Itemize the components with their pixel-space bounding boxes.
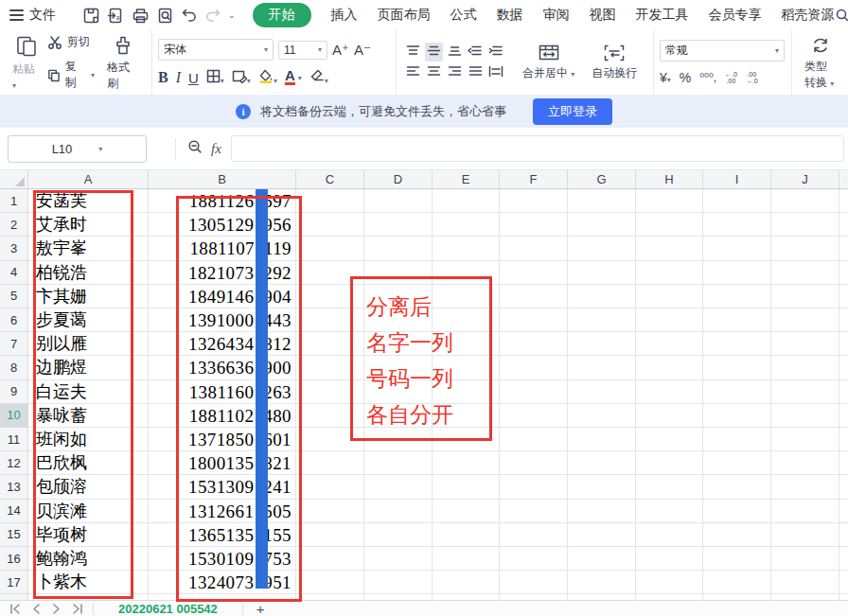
row-header-15[interactable]: 15 [0, 523, 27, 547]
font-color-button[interactable]: A [285, 70, 295, 85]
cut-button[interactable]: 剪切 [47, 34, 95, 50]
increase-decimal-button[interactable]: ←.0.00 [725, 71, 737, 84]
row-header-3[interactable]: 3 [0, 237, 27, 260]
next-sheet-icon[interactable] [51, 604, 62, 614]
print-preview-icon[interactable] [156, 7, 174, 25]
search[interactable]: 查找 [835, 7, 848, 24]
column-header-C[interactable]: C [296, 170, 364, 188]
print-icon[interactable] [132, 7, 150, 25]
export-icon[interactable]: ə [107, 7, 125, 25]
row-header-17[interactable]: 17 [0, 571, 27, 594]
justify-icon[interactable] [468, 65, 483, 80]
wrap-text-icon [603, 44, 626, 62]
add-sheet-button[interactable]: + [243, 601, 278, 616]
select-all-corner[interactable] [0, 170, 28, 188]
file-menu[interactable]: 文件 [0, 7, 67, 24]
name-box[interactable]: L10 ▾ [8, 135, 147, 163]
wrap-text-button[interactable]: 自动换行 [585, 42, 644, 83]
font-name-select[interactable]: 宋体▾ [158, 39, 274, 61]
zoom-formula-icon[interactable] [187, 139, 203, 159]
align-middle-icon[interactable] [425, 43, 443, 62]
cell-style-button[interactable]: ▾ [232, 69, 251, 86]
undo-icon[interactable] [181, 7, 198, 24]
row-header-16[interactable]: 16 [0, 547, 27, 571]
row-header-1[interactable]: 1 [0, 189, 27, 213]
eraser-button[interactable]: ▾ [309, 69, 328, 86]
menu-tab-5[interactable]: 审阅 [543, 7, 570, 24]
menu-tab-1[interactable]: 插入 [331, 7, 358, 24]
menu-tab-4[interactable]: 数据 [497, 7, 523, 24]
type-convert-button[interactable]: 类型转换 ▾ [798, 33, 842, 93]
comma-style-button[interactable]: ⁰⁰⁰, [699, 71, 716, 84]
login-button[interactable]: 立即登录 [533, 98, 612, 125]
currency-button[interactable]: ¥▾ [660, 70, 671, 85]
cut-label: 剪切 [67, 34, 90, 50]
redo-icon[interactable] [204, 7, 221, 24]
column-header-H[interactable]: H [636, 170, 703, 188]
column-header-I[interactable]: I [703, 170, 771, 188]
underline-button[interactable]: U [188, 70, 199, 86]
column-header-D[interactable]: D [364, 170, 433, 188]
formula-input[interactable] [231, 135, 844, 162]
decrease-font-icon[interactable]: A⁻ [354, 42, 371, 59]
menu-tab-0[interactable]: 开始 [253, 3, 311, 27]
save-icon[interactable] [82, 7, 100, 25]
column-header-F[interactable]: F [500, 170, 568, 188]
align-top-icon[interactable] [406, 44, 420, 60]
fill-color-button[interactable]: ▾ [258, 69, 277, 86]
row-header-4[interactable]: 4 [0, 261, 27, 285]
distributed-icon[interactable] [488, 65, 504, 80]
column-header-A[interactable]: A [28, 170, 149, 188]
align-center-icon[interactable] [427, 65, 441, 80]
last-sheet-icon[interactable] [71, 604, 83, 614]
menu-tab-7[interactable]: 开发工具 [636, 7, 689, 24]
red-box-phones [176, 196, 302, 602]
fx-icon[interactable]: fx [211, 141, 221, 157]
column-header-G[interactable]: G [568, 170, 636, 188]
row-header-12[interactable]: 12 [0, 451, 27, 475]
align-right-icon[interactable] [448, 65, 462, 80]
row-header-14[interactable]: 14 [0, 500, 27, 523]
number-format-select[interactable]: 常规▾ [660, 40, 785, 62]
row-header-13[interactable]: 13 [0, 475, 27, 499]
annotation-line-1: 名字一列 [366, 325, 489, 361]
increase-indent-icon[interactable] [488, 44, 504, 60]
menu-tab-3[interactable]: 公式 [450, 7, 477, 24]
decrease-decimal-button[interactable]: .00→.0 [746, 71, 758, 84]
row-header-5[interactable]: 5 [0, 285, 27, 308]
format-painter-button[interactable]: 格式刷 [100, 32, 146, 94]
column-header-E[interactable]: E [433, 170, 500, 188]
row-header-7[interactable]: 7 [0, 332, 27, 356]
menu-tab-6[interactable]: 视图 [590, 7, 616, 24]
paste-button[interactable]: 粘贴 ▾ [6, 32, 47, 93]
copy-button[interactable]: 复制▾ [47, 59, 95, 91]
merge-cells-icon [538, 44, 560, 62]
column-header-B[interactable]: B [149, 170, 296, 188]
menu-tab-8[interactable]: 会员专享 [709, 7, 762, 24]
decrease-indent-icon[interactable] [468, 44, 483, 60]
merge-center-button[interactable]: 合并居中 ▾ [516, 42, 581, 83]
percent-button[interactable]: % [680, 70, 691, 85]
align-bottom-icon[interactable] [448, 44, 462, 60]
row-header-8[interactable]: 8 [0, 356, 27, 379]
bold-button[interactable]: B [158, 69, 168, 86]
quick-access-caret-icon[interactable]: ⌄ [228, 10, 236, 20]
font-size-select[interactable]: 11▾ [278, 41, 327, 60]
align-left-icon[interactable] [406, 65, 420, 80]
prev-sheet-icon[interactable] [31, 604, 42, 614]
sheet-tab-active[interactable]: 20220621 005542 [94, 602, 242, 616]
grid-line [635, 189, 636, 600]
search-icon [835, 8, 848, 23]
row-header-11[interactable]: 11 [0, 428, 27, 451]
italic-button[interactable]: I [176, 69, 181, 86]
row-header-6[interactable]: 6 [0, 308, 27, 332]
row-header-2[interactable]: 2 [0, 213, 27, 237]
increase-font-icon[interactable]: A⁺ [332, 42, 349, 59]
menu-tab-9[interactable]: 稻壳资源 [782, 7, 835, 24]
borders-button[interactable]: ▾ [206, 69, 224, 86]
row-header-9[interactable]: 9 [0, 380, 27, 404]
menu-tab-2[interactable]: 页面布局 [378, 7, 431, 24]
row-header-10[interactable]: 10 [0, 404, 27, 428]
first-sheet-icon[interactable] [9, 604, 22, 614]
column-header-J[interactable]: J [771, 170, 839, 188]
